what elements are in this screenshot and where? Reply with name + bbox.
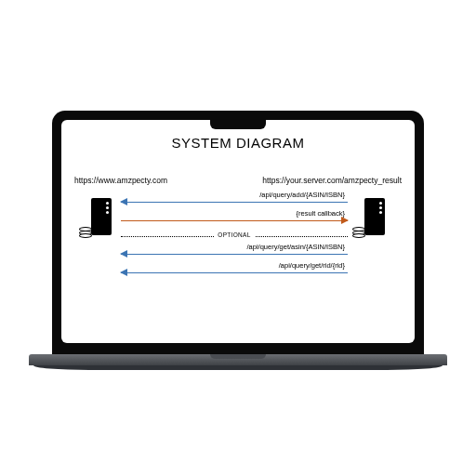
laptop-frame: SYSTEM DIAGRAM https://www.amzpecty.com … (29, 111, 447, 365)
arrow-label: {result callback} (295, 209, 346, 218)
destination-url: https://your.server.com/amzpecty_result (262, 176, 402, 185)
arrow-label: /api/query/add/{ASIN/ISBN} (258, 191, 346, 199)
arrow-label: /api/query/get/rid/{rid} (278, 261, 346, 270)
trackpad-indent (210, 354, 266, 359)
arrow-lane: /api/query/add/{ASIN/ISBN} {result callb… (121, 192, 348, 282)
arrowhead-right-icon (341, 217, 349, 224)
arrow-callback: {result callback} (121, 211, 348, 230)
screen: SYSTEM DIAGRAM https://www.amzpecty.com … (61, 120, 415, 343)
camera-notch (210, 120, 266, 129)
optional-label: OPTIONAL (214, 231, 254, 238)
origin-url: https://www.amzpecty.com (74, 176, 167, 185)
arrowhead-left-icon (120, 269, 127, 276)
laptop-base (29, 354, 447, 365)
server-left-icon (82, 198, 112, 235)
server-right-icon (355, 198, 385, 235)
arrowhead-left-icon (120, 250, 127, 258)
arrow-get-asin: /api/query/get/asin/{ASIN/ISBN} (121, 245, 348, 263)
arrow-get-rid: /api/query/get/rid/{rid} (121, 263, 348, 282)
arrowhead-left-icon (120, 198, 127, 205)
arrow-add-query: /api/query/add/{ASIN/ISBN} (121, 192, 348, 211)
arrow-label: /api/query/get/asin/{ASIN/ISBN} (246, 243, 346, 251)
laptop-lid: SYSTEM DIAGRAM https://www.amzpecty.com … (52, 111, 424, 354)
